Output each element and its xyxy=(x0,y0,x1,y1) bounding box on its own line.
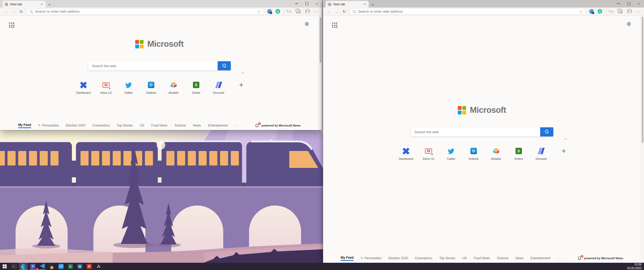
shortcut-airtable[interactable]: Airtable xyxy=(162,81,185,94)
forward-icon[interactable]: → xyxy=(333,9,340,13)
feed-tab-news[interactable]: News xyxy=(515,256,524,260)
shortcut-airtable[interactable]: Airtable xyxy=(485,147,507,160)
address-bar[interactable]: ☆ xyxy=(350,8,586,15)
chevron-up-icon[interactable] xyxy=(241,72,245,75)
scrollbar[interactable] xyxy=(319,16,322,130)
favorites-icon[interactable]: ☆ xyxy=(609,9,615,14)
collections-icon[interactable] xyxy=(297,10,300,13)
favorites-icon[interactable]: ☆ xyxy=(287,9,293,14)
web-search-button[interactable] xyxy=(540,127,553,136)
taskbar-teams[interactable]: T 1 xyxy=(28,263,38,270)
feed-tab-election-2020[interactable]: Election 2020 xyxy=(389,256,408,260)
back-icon[interactable]: ← xyxy=(326,9,333,13)
taskbar-excel[interactable]: X xyxy=(66,263,75,270)
web-search-input[interactable] xyxy=(88,61,218,70)
feed-tab-food-news[interactable]: Food News xyxy=(474,256,490,260)
add-shortcut-button[interactable]: + xyxy=(236,81,247,89)
reload-icon[interactable]: ↻ xyxy=(341,10,348,13)
notification-bell-icon[interactable]: 5 xyxy=(577,256,582,261)
settings-more-icon[interactable]: ··· xyxy=(313,9,319,13)
feed-personalize[interactable]: ✎Personalize xyxy=(38,124,59,127)
settings-more-icon[interactable]: ··· xyxy=(635,9,641,13)
tab-new-tab[interactable]: New tab × xyxy=(326,1,369,8)
feed-tab-news[interactable]: News xyxy=(193,124,201,127)
favorite-star-icon[interactable]: ☆ xyxy=(579,9,583,14)
privacy-extension-icon[interactable] xyxy=(589,9,594,14)
feed-personalize[interactable]: ✎Personalize xyxy=(361,256,382,260)
feed-more-icon[interactable]: ··· xyxy=(558,256,562,260)
close-button[interactable]: × xyxy=(312,0,322,7)
taskbar-whiteboard[interactable] xyxy=(56,263,66,270)
feed-tab-entertainment[interactable]: Entertainment xyxy=(208,124,228,127)
new-tab-button[interactable]: + xyxy=(48,2,51,6)
minimize-button[interactable] xyxy=(613,0,624,7)
scrollbar[interactable] xyxy=(641,16,644,263)
start-button[interactable] xyxy=(0,263,9,270)
shortcut-inbox[interactable]: M 0 Inbox (1) xyxy=(95,81,117,94)
shortcut-online[interactable]: S Online xyxy=(185,81,207,94)
shortcut-twitter[interactable]: Twitter xyxy=(440,147,462,160)
close-button[interactable]: × xyxy=(634,0,644,7)
taskbar-word[interactable]: W xyxy=(75,263,85,270)
feed-tab-election-2020[interactable]: Election 2020 xyxy=(66,124,86,127)
feed-tab-my-feed[interactable]: My Feed xyxy=(18,123,31,128)
feed-tab-us[interactable]: US xyxy=(140,124,144,127)
tab-close-icon[interactable]: × xyxy=(363,2,367,6)
profile-avatar[interactable] xyxy=(627,9,632,14)
address-input[interactable] xyxy=(35,9,255,13)
web-search-input[interactable] xyxy=(411,127,540,136)
scrollbar-thumb[interactable] xyxy=(320,17,321,63)
grammarly-extension-icon[interactable]: G xyxy=(276,9,280,14)
taskbar-headphones-app[interactable] xyxy=(47,263,56,270)
collections-icon[interactable] xyxy=(619,10,622,13)
shortcut-twitter[interactable]: Twitter xyxy=(117,81,140,94)
shortcut-inbox[interactable]: M 0 Inbox (1) xyxy=(417,147,440,160)
notification-bell-icon[interactable]: 5 xyxy=(255,123,259,128)
feed-tab-entertainment[interactable]: Entertainment xyxy=(530,256,551,260)
shortcut-zencastr[interactable]: Zencastr xyxy=(207,81,230,94)
web-search-button[interactable] xyxy=(218,61,231,70)
shortcut-outlook[interactable]: O Outlook xyxy=(140,81,162,94)
feed-tab-coronavirus[interactable]: Coronavirus xyxy=(415,256,432,260)
chevron-up-icon[interactable] xyxy=(564,138,567,142)
taskbar-vscode[interactable] xyxy=(38,263,47,270)
taskbar-powerpoint[interactable]: P xyxy=(85,263,94,270)
feed-tab-coronavirus[interactable]: Coronavirus xyxy=(92,124,110,127)
reload-icon[interactable]: ↻ xyxy=(18,10,25,13)
maximize-button[interactable] xyxy=(302,0,312,7)
feed-tab-my-feed[interactable]: My Feed xyxy=(341,256,354,261)
profile-avatar[interactable] xyxy=(305,9,310,14)
feed-tab-top-stories[interactable]: Top Stories xyxy=(439,256,455,260)
add-shortcut-button[interactable]: + xyxy=(558,147,569,155)
taskbar-clock[interactable]: 10:39 03.09.2020 xyxy=(624,263,644,270)
address-input[interactable] xyxy=(358,9,577,13)
taskbar-terminal[interactable]: >_ xyxy=(9,263,19,270)
powered-by-label[interactable]: powered by Microsoft News xyxy=(584,257,623,260)
favorite-star-icon[interactable]: ☆ xyxy=(257,9,261,14)
powered-by-label[interactable]: powered by Microsoft News xyxy=(262,124,301,127)
shortcut-outlook[interactable]: O Outlook xyxy=(462,147,485,160)
privacy-extension-icon[interactable] xyxy=(267,9,272,14)
shortcut-online[interactable]: S Online xyxy=(507,147,530,160)
new-tab-button[interactable]: + xyxy=(371,2,374,6)
taskbar-obs[interactable] xyxy=(94,263,103,270)
tab-new-tab[interactable]: New tab × xyxy=(3,1,46,8)
forward-icon[interactable]: → xyxy=(10,9,17,13)
feed-tab-science[interactable]: Science xyxy=(497,256,508,260)
shortcut-zencastr[interactable]: Zencastr xyxy=(530,147,552,160)
address-bar[interactable]: ☆ xyxy=(27,8,264,15)
scrollbar-thumb[interactable] xyxy=(642,17,643,143)
shortcut-dashboard[interactable]: Dashboard xyxy=(395,147,417,160)
minimize-button[interactable] xyxy=(291,0,302,7)
back-icon[interactable]: ← xyxy=(3,9,10,13)
shortcut-dashboard[interactable]: Dashboard xyxy=(72,81,95,94)
feed-tab-top-stories[interactable]: Top Stories xyxy=(117,124,133,127)
grammarly-extension-icon[interactable]: G xyxy=(598,9,602,14)
feed-tab-food-news[interactable]: Food News xyxy=(151,124,168,127)
feed-tab-science[interactable]: Science xyxy=(174,124,186,127)
feed-tab-us[interactable]: US xyxy=(462,256,467,260)
feed-more-icon[interactable]: ··· xyxy=(235,124,239,127)
maximize-button[interactable] xyxy=(624,0,634,7)
taskbar-edge[interactable] xyxy=(19,263,28,270)
tab-close-icon[interactable]: × xyxy=(40,2,43,6)
